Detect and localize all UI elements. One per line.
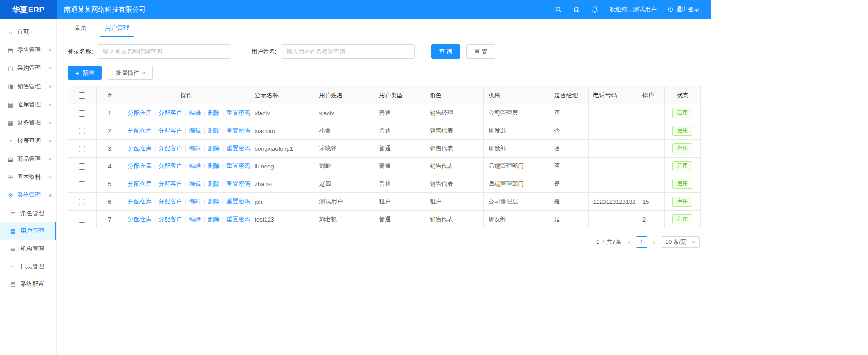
cell-organization: 研发部 xyxy=(484,211,549,228)
assign-warehouse-link[interactable]: 分配仓库 xyxy=(128,216,152,222)
delete-link[interactable]: 删除 xyxy=(208,198,220,205)
welcome-text[interactable]: 欢迎您，测试用户 xyxy=(609,5,657,14)
sidebar-item-sales[interactable]: ◨ 销售管理 ∨ xyxy=(0,77,56,95)
edit-link[interactable]: 编辑 xyxy=(189,145,201,152)
assign-warehouse-link[interactable]: 分配仓库 xyxy=(128,109,152,116)
assign-customer-link[interactable]: 分配客户 xyxy=(158,145,182,152)
menu-item-label: 日志管理 xyxy=(20,262,44,271)
status-badge: 启用 xyxy=(672,126,692,136)
column-header: 是否经理 xyxy=(549,86,588,104)
document-icon: ▤ xyxy=(10,228,18,234)
edit-link[interactable]: 编辑 xyxy=(189,109,201,116)
page-1-button[interactable]: 1 xyxy=(636,236,647,248)
reset-password-link[interactable]: 重置密码 xyxy=(226,163,250,169)
prev-page-button[interactable]: ‹ xyxy=(627,238,631,246)
delete-link[interactable]: 删除 xyxy=(208,180,220,187)
operation-separator: | xyxy=(203,216,205,222)
sidebar-subitem-config[interactable]: ▤ 系统配置 xyxy=(0,275,56,293)
main-layout: ⌂ 首页 ⬒ 零售管理 ∨ ▢ 采购管理 ∨ ◨ 销售管理 ∨ ▤ 仓库管理 ∨… xyxy=(0,19,711,355)
chevron-down-icon: ∨ xyxy=(49,175,53,179)
sidebar-item-report[interactable]: ◔ 报表查询 ∨ xyxy=(0,132,56,150)
next-page-button[interactable]: › xyxy=(652,238,656,246)
edit-link[interactable]: 编辑 xyxy=(189,198,201,205)
assign-warehouse-link[interactable]: 分配仓库 xyxy=(128,180,152,187)
sidebar-item-home[interactable]: ⌂ 首页 xyxy=(0,23,56,41)
delete-link[interactable]: 删除 xyxy=(208,163,220,169)
assign-warehouse-link[interactable]: 分配仓库 xyxy=(128,163,152,169)
logout-button[interactable]: 退出登录 xyxy=(667,5,700,14)
row-checkbox[interactable] xyxy=(79,110,85,117)
row-index: 1 xyxy=(96,104,123,122)
delete-link[interactable]: 删除 xyxy=(208,216,220,222)
row-checkbox[interactable] xyxy=(79,163,85,170)
row-checkbox[interactable] xyxy=(79,146,85,152)
row-operations: 分配仓库|分配客户|编辑|删除|重置密码 xyxy=(128,163,250,169)
edit-link[interactable]: 编辑 xyxy=(189,180,201,187)
cell-phone xyxy=(588,158,638,175)
cell-role: 销售经理 xyxy=(425,104,484,122)
operation-separator: | xyxy=(222,198,224,205)
sidebar-item-basic[interactable]: ⊞ 基本资料 ∨ xyxy=(0,168,56,186)
reset-password-link[interactable]: 重置密码 xyxy=(226,198,250,205)
sidebar-item-warehouse[interactable]: ▤ 仓库管理 ∨ xyxy=(0,95,56,113)
delete-link[interactable]: 删除 xyxy=(208,127,220,134)
edit-link[interactable]: 编辑 xyxy=(189,163,201,169)
sidebar-subitem-user[interactable]: ▤ 用户管理 xyxy=(0,222,56,240)
sidebar-subitem-role[interactable]: ▤ 角色管理 xyxy=(0,204,56,222)
reset-password-link[interactable]: 重置密码 xyxy=(226,109,250,116)
select-all-checkbox[interactable] xyxy=(79,92,85,99)
row-index: 6 xyxy=(96,193,123,211)
assign-customer-link[interactable]: 分配客户 xyxy=(158,180,182,187)
edit-link[interactable]: 编辑 xyxy=(189,127,201,134)
tab-user-management[interactable]: 用户管理 xyxy=(97,19,137,37)
assign-warehouse-link[interactable]: 分配仓库 xyxy=(128,198,152,205)
platform-icon[interactable] xyxy=(573,6,580,13)
company-name: 南通某某网络科技有限公司 xyxy=(64,5,146,14)
batch-operations-button[interactable]: 批量操作 ∨ xyxy=(108,66,153,80)
edit-link[interactable]: 编辑 xyxy=(189,216,201,222)
sidebar-item-finance[interactable]: ▦ 财务管理 ∨ xyxy=(0,113,56,132)
reset-button[interactable]: 重 置 xyxy=(466,44,495,59)
sidebar-item-goods[interactable]: ⬓ 商品管理 ∨ xyxy=(0,150,56,168)
status-badge: 启用 xyxy=(672,108,692,118)
add-button[interactable]: + 新增 xyxy=(68,66,102,80)
delete-link[interactable]: 删除 xyxy=(208,145,220,152)
login-name-input[interactable] xyxy=(98,44,231,59)
bell-icon[interactable] xyxy=(591,6,598,13)
operation-separator: | xyxy=(203,163,205,169)
row-checkbox[interactable] xyxy=(79,199,85,205)
assign-customer-link[interactable]: 分配客户 xyxy=(158,198,182,205)
reset-password-link[interactable]: 重置密码 xyxy=(226,216,250,222)
search-button[interactable]: 查 询 xyxy=(431,44,460,59)
sidebar-item-system[interactable]: ⚙ 系统管理 ∧ xyxy=(0,186,56,204)
sidebar-item-purchase[interactable]: ▢ 采购管理 ∨ xyxy=(0,59,56,77)
assign-warehouse-link[interactable]: 分配仓库 xyxy=(128,127,152,134)
menu-item-label: 商品管理 xyxy=(17,155,49,163)
cell-sort xyxy=(638,158,665,175)
cell-organization: 公司管理层 xyxy=(484,104,549,122)
row-checkbox[interactable] xyxy=(79,217,85,223)
row-checkbox[interactable] xyxy=(79,181,85,187)
reset-password-link[interactable]: 重置密码 xyxy=(226,145,250,152)
sidebar-subitem-log[interactable]: ▤ 日志管理 xyxy=(0,257,56,275)
sidebar-subitem-org[interactable]: ▤ 机构管理 xyxy=(0,240,56,257)
assign-warehouse-link[interactable]: 分配仓库 xyxy=(128,145,152,152)
page-size-select[interactable]: 10 条/页 ∨ xyxy=(661,236,700,248)
pagination: 1-7 共7条 ‹ 1 › 10 条/页 ∨ xyxy=(68,228,701,248)
column-header: 操作 xyxy=(123,86,250,104)
user-name-input[interactable] xyxy=(281,44,415,59)
tab-home[interactable]: 首页 xyxy=(67,19,94,37)
menu-item-label: 系统管理 xyxy=(17,191,49,199)
sidebar-item-retail[interactable]: ⬒ 零售管理 ∨ xyxy=(0,41,56,59)
assign-customer-link[interactable]: 分配客户 xyxy=(158,163,182,169)
search-icon[interactable] xyxy=(555,6,562,13)
row-checkbox-cell xyxy=(68,211,97,228)
reset-password-link[interactable]: 重置密码 xyxy=(226,180,250,187)
assign-customer-link[interactable]: 分配客户 xyxy=(158,127,182,134)
assign-customer-link[interactable]: 分配客户 xyxy=(158,109,182,116)
reset-password-link[interactable]: 重置密码 xyxy=(226,127,250,134)
cell-user-name: 小曹 xyxy=(314,122,374,140)
delete-link[interactable]: 删除 xyxy=(208,109,220,116)
assign-customer-link[interactable]: 分配客户 xyxy=(158,216,182,222)
row-checkbox[interactable] xyxy=(79,128,85,134)
